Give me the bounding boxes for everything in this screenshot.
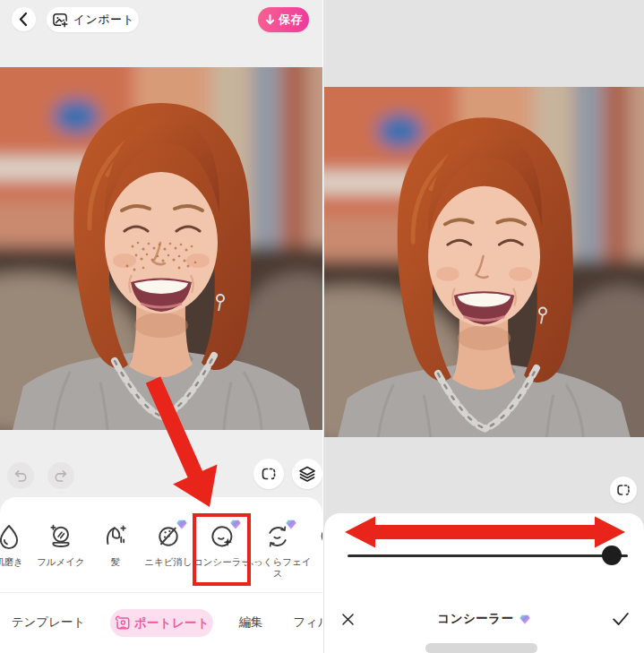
- compare-button[interactable]: [253, 459, 284, 489]
- undo-button[interactable]: [7, 462, 34, 489]
- home-indicator: [425, 643, 537, 653]
- makeup-compact-icon: [47, 522, 75, 551]
- annotation-double-arrow: [341, 515, 630, 549]
- adjust-panel: コンシーラー: [324, 513, 644, 653]
- portrait-frame-icon: [114, 614, 131, 632]
- checkmark-icon: [610, 608, 631, 630]
- intensity-slider-knob[interactable]: [602, 546, 622, 565]
- water-drop-icon: [0, 522, 23, 551]
- screenshot-concealer-slider: コンシーラー: [323, 0, 644, 653]
- layers-button[interactable]: [292, 459, 322, 489]
- photo-before: [0, 67, 322, 430]
- tool-skin-partial[interactable]: 肌: [297, 522, 322, 568]
- redo-icon: [51, 466, 71, 485]
- tools-panel: 肌磨き フルメイク: [0, 497, 322, 653]
- download-arrow-icon: [264, 13, 276, 27]
- undo-icon: [11, 466, 30, 485]
- confirm-button[interactable]: [608, 606, 633, 632]
- save-button[interactable]: 保存: [258, 7, 309, 32]
- import-label: インポート: [73, 12, 135, 28]
- import-button[interactable]: インポート: [47, 7, 139, 32]
- chevron-left-icon: [12, 7, 36, 31]
- beauty-app-tutorial-composite: インポート 保存: [0, 0, 644, 653]
- compare-button[interactable]: [610, 477, 637, 503]
- tool-label: 肌: [297, 556, 322, 568]
- tab-portrait-active[interactable]: ポートレート: [110, 609, 213, 637]
- premium-gem-icon: [519, 614, 531, 625]
- premium-gem-icon: [229, 519, 242, 530]
- panel-divider: [0, 592, 322, 593]
- skin-face-icon: [317, 522, 322, 551]
- adjust-title-label: コンシーラー: [437, 611, 513, 627]
- premium-gem-icon: [176, 519, 188, 530]
- redo-button[interactable]: [47, 462, 74, 489]
- image-plus-icon: [51, 11, 69, 29]
- before-after-compare-icon: [258, 463, 279, 485]
- tab-portrait-label: ポートレート: [134, 615, 210, 632]
- premium-gem-icon: [285, 519, 297, 530]
- back-button[interactable]: [12, 7, 36, 31]
- screenshot-portrait-menu: インポート 保存: [0, 0, 322, 653]
- tab-template[interactable]: テンプレート: [11, 614, 86, 632]
- tab-edit[interactable]: 編集: [228, 614, 274, 632]
- save-label: 保存: [279, 12, 303, 28]
- hair-strand-icon: [101, 522, 130, 551]
- layers-icon: [296, 463, 318, 485]
- adjust-title: コンシーラー: [324, 611, 644, 627]
- tab-filter-partial[interactable]: フィル: [285, 614, 322, 632]
- before-after-compare-icon: [614, 480, 633, 500]
- photo-after: [324, 87, 644, 437]
- intensity-slider-track[interactable]: [348, 554, 628, 557]
